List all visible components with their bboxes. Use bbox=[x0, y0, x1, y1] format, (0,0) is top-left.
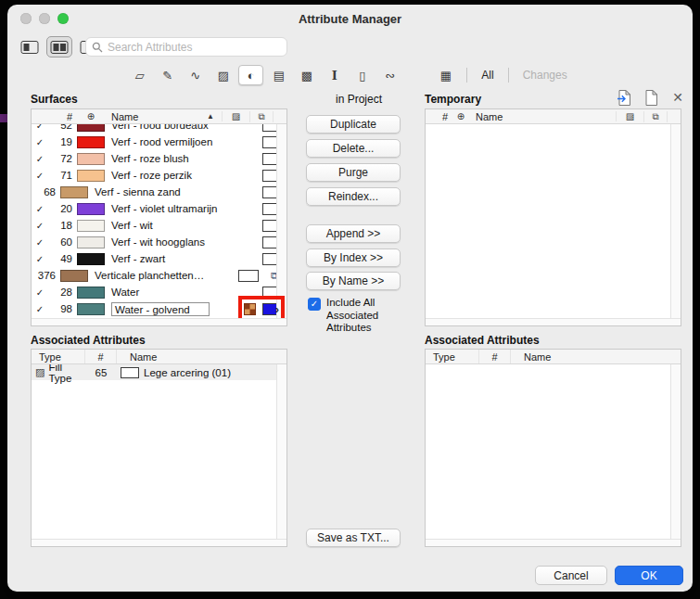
name-column-header[interactable]: Name bbox=[117, 351, 286, 363]
row-checkmark[interactable]: ✓ bbox=[32, 171, 48, 181]
by-index-button[interactable]: By Index >> bbox=[306, 249, 401, 267]
row-checkmark[interactable]: ✓ bbox=[32, 254, 48, 264]
minimize-button[interactable] bbox=[39, 13, 50, 24]
close-button[interactable] bbox=[20, 13, 32, 24]
horizontal-scrollbar[interactable] bbox=[426, 539, 681, 546]
surfaces-icon: ◐ bbox=[248, 69, 255, 83]
surface-color-swatch[interactable] bbox=[60, 186, 88, 198]
save-attributes-button[interactable] bbox=[642, 88, 660, 107]
view-dual-pane-button[interactable] bbox=[46, 36, 72, 57]
globe-icon[interactable]: ⊕ bbox=[448, 111, 474, 121]
load-attributes-button[interactable] bbox=[615, 88, 633, 107]
table-row[interactable]: ✓ 71 Verf - roze perzik ⧉ bbox=[32, 167, 286, 184]
surface-color-swatch[interactable] bbox=[77, 153, 105, 165]
surface-texture-icon[interactable] bbox=[244, 303, 256, 315]
vertical-scrollbar[interactable] bbox=[276, 124, 286, 318]
table-row[interactable]: ✓ 72 Verf - roze blush ⧉ bbox=[32, 150, 286, 167]
tab-layers[interactable]: ▱ bbox=[127, 65, 152, 85]
link-column-icon[interactable]: ⧉ bbox=[249, 111, 274, 122]
reindex-button[interactable]: Reindex... bbox=[306, 187, 401, 206]
table-row[interactable]: ✓ 376 Verticale planchetten… ⧉ bbox=[32, 267, 286, 284]
tab-composites[interactable]: ▤ bbox=[266, 65, 291, 85]
ok-button[interactable]: OK bbox=[615, 566, 683, 585]
surface-color-swatch[interactable] bbox=[77, 136, 105, 148]
globe-icon[interactable]: ⊕ bbox=[72, 111, 109, 121]
duplicate-button[interactable]: Duplicate bbox=[306, 115, 401, 134]
surface-color-swatch[interactable] bbox=[77, 287, 105, 299]
table-row[interactable]: ✓ 18 Verf - wit ⧉ bbox=[32, 217, 286, 234]
tab-fill-types[interactable]: ▨ bbox=[210, 65, 235, 85]
table-row[interactable]: ✓ 60 Verf - wit hoogglans ⧉ bbox=[32, 234, 286, 250]
view-left-pane-button[interactable] bbox=[17, 36, 43, 57]
horizontal-scrollbar[interactable] bbox=[32, 318, 286, 325]
row-checkmark[interactable]: ✓ bbox=[32, 287, 48, 298]
include-all-row[interactable]: ✓ Include All Associated Attributes bbox=[308, 297, 404, 335]
row-checkmark[interactable]: ✓ bbox=[32, 204, 48, 214]
tab-mep-systems[interactable]: ∾ bbox=[377, 65, 402, 85]
type-column-header[interactable]: Type bbox=[426, 350, 479, 363]
table-row[interactable]: ✓ 19 Verf - rood vermiljoen ⧉ bbox=[32, 134, 286, 150]
tab-building-materials[interactable]: ▩ bbox=[294, 65, 319, 85]
save-as-txt-button[interactable]: Save as TXT... bbox=[306, 529, 401, 547]
by-name-button[interactable]: By Name >> bbox=[306, 272, 401, 290]
pens-icon: ✎ bbox=[162, 69, 172, 83]
surface-color-swatch[interactable] bbox=[77, 303, 105, 315]
vertical-scrollbar[interactable] bbox=[670, 364, 681, 539]
vertical-scrollbar[interactable] bbox=[276, 364, 286, 539]
row-checkmark[interactable]: ✓ bbox=[32, 237, 48, 248]
index-column-header[interactable]: # bbox=[426, 111, 448, 122]
tab-grid-view[interactable]: ▦ bbox=[433, 65, 458, 85]
zoom-button[interactable] bbox=[57, 13, 69, 24]
tab-profiles[interactable]: I bbox=[322, 65, 347, 85]
chevron-right-icon[interactable]: › bbox=[275, 303, 279, 315]
tab-zone-categories[interactable]: ▯ bbox=[350, 65, 375, 85]
row-checkmark[interactable]: ✓ bbox=[32, 124, 48, 131]
row-checkmark[interactable]: ✓ bbox=[32, 221, 48, 231]
table-row[interactable]: ✓ 20 Verf - violet ultramarijn ⧉ bbox=[32, 200, 286, 217]
row-name: Verf - sienna zand bbox=[95, 186, 181, 198]
search-input[interactable] bbox=[108, 41, 281, 54]
surface-color-swatch[interactable] bbox=[77, 236, 105, 249]
name-column-header[interactable]: Name bbox=[474, 111, 616, 122]
index-column-header[interactable]: # bbox=[85, 350, 117, 363]
index-column-header[interactable]: # bbox=[479, 350, 511, 363]
vertical-scrollbar[interactable] bbox=[670, 124, 681, 318]
surface-swatch-cell bbox=[72, 203, 109, 215]
tab-surfaces[interactable]: ◐ bbox=[238, 65, 263, 85]
delete-temporary-button[interactable]: ✕ bbox=[668, 88, 687, 107]
delete-button[interactable]: Delete... bbox=[306, 139, 401, 158]
horizontal-scrollbar[interactable] bbox=[426, 318, 681, 325]
type-column-header[interactable]: Type bbox=[32, 350, 85, 363]
table-row[interactable]: ▨ Fill Type 65 Lege arcering (01) bbox=[32, 364, 286, 380]
surface-color-swatch[interactable] bbox=[77, 170, 105, 182]
tab-line-types[interactable]: ∿ bbox=[183, 65, 208, 85]
row-fill-cell bbox=[235, 270, 262, 282]
table-row[interactable]: ✓ 49 Verf - zwart ⧉ bbox=[32, 250, 286, 267]
row-fill-swatch[interactable] bbox=[238, 270, 259, 282]
surface-color-swatch[interactable] bbox=[77, 203, 105, 215]
horizontal-scrollbar[interactable] bbox=[32, 539, 286, 546]
table-row[interactable]: ✓ 52 Verf - rood bordeaux ⧉ bbox=[32, 124, 286, 134]
table-row[interactable]: ✓ 68 Verf - sienna zand ⧉ bbox=[32, 184, 286, 200]
link-column-icon[interactable]: ⧉ bbox=[643, 111, 668, 122]
row-checkmark[interactable]: ✓ bbox=[32, 154, 48, 164]
tab-all[interactable]: All bbox=[476, 69, 499, 82]
row-checkmark[interactable]: ✓ bbox=[32, 304, 48, 314]
row-checkmark[interactable]: ✓ bbox=[32, 137, 48, 147]
append-button[interactable]: Append >> bbox=[306, 224, 401, 243]
fill-column-icon[interactable]: ▨ bbox=[616, 111, 643, 121]
surface-color-swatch[interactable] bbox=[77, 220, 105, 232]
cancel-button[interactable]: Cancel bbox=[535, 566, 607, 585]
name-column-header[interactable]: Name ▲ bbox=[109, 111, 222, 122]
tab-pens[interactable]: ✎ bbox=[155, 65, 180, 85]
fill-column-icon[interactable]: ▨ bbox=[222, 111, 249, 121]
purge-button[interactable]: Purge bbox=[306, 163, 401, 182]
search-field[interactable] bbox=[85, 37, 287, 57]
include-all-checkbox[interactable]: ✓ bbox=[308, 298, 321, 311]
table-row[interactable]: ✓ 98 Water - golvend ⧉ bbox=[32, 300, 286, 317]
surface-color-swatch[interactable] bbox=[77, 253, 105, 265]
surface-color-swatch[interactable] bbox=[60, 270, 88, 282]
index-column-header[interactable]: # bbox=[48, 111, 72, 122]
surface-color-swatch[interactable] bbox=[77, 124, 105, 132]
name-column-header[interactable]: Name bbox=[511, 351, 681, 363]
